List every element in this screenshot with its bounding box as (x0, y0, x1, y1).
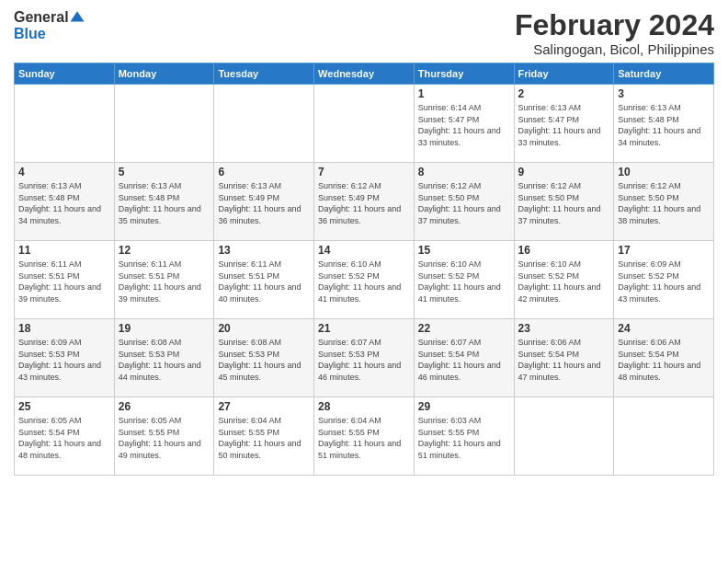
day-info: Sunrise: 6:03 AM Sunset: 5:55 PM Dayligh… (418, 415, 510, 461)
calendar-cell (314, 85, 415, 163)
day-info: Sunrise: 6:05 AM Sunset: 5:54 PM Dayligh… (18, 415, 110, 461)
calendar-cell: 15Sunrise: 6:10 AM Sunset: 5:52 PM Dayli… (414, 241, 514, 319)
day-info: Sunrise: 6:13 AM Sunset: 5:49 PM Dayligh… (218, 180, 310, 226)
calendar-cell: 10Sunrise: 6:12 AM Sunset: 5:50 PM Dayli… (614, 163, 714, 241)
header-day-thursday: Thursday (414, 63, 514, 85)
calendar-cell: 5Sunrise: 6:13 AM Sunset: 5:48 PM Daylig… (114, 163, 214, 241)
calendar-cell: 4Sunrise: 6:13 AM Sunset: 5:48 PM Daylig… (15, 163, 115, 241)
calendar-cell: 25Sunrise: 6:05 AM Sunset: 5:54 PM Dayli… (15, 397, 115, 476)
calendar-cell: 1Sunrise: 6:14 AM Sunset: 5:47 PM Daylig… (414, 85, 514, 163)
day-info: Sunrise: 6:08 AM Sunset: 5:53 PM Dayligh… (218, 337, 310, 383)
day-info: Sunrise: 6:12 AM Sunset: 5:50 PM Dayligh… (618, 180, 710, 226)
calendar-cell: 24Sunrise: 6:06 AM Sunset: 5:54 PM Dayli… (614, 319, 714, 397)
logo: General Blue (14, 9, 85, 42)
calendar-cell: 19Sunrise: 6:08 AM Sunset: 5:53 PM Dayli… (114, 319, 214, 397)
day-info: Sunrise: 6:07 AM Sunset: 5:53 PM Dayligh… (318, 337, 410, 383)
day-info: Sunrise: 6:04 AM Sunset: 5:55 PM Dayligh… (218, 415, 310, 461)
day-number: 8 (418, 166, 510, 178)
calendar-cell: 6Sunrise: 6:13 AM Sunset: 5:49 PM Daylig… (214, 163, 314, 241)
day-info: Sunrise: 6:06 AM Sunset: 5:54 PM Dayligh… (518, 337, 610, 383)
day-number: 14 (318, 244, 410, 257)
week-row-1: 1Sunrise: 6:14 AM Sunset: 5:47 PM Daylig… (15, 85, 714, 163)
header-day-monday: Monday (114, 63, 214, 85)
day-info: Sunrise: 6:05 AM Sunset: 5:55 PM Dayligh… (119, 415, 210, 461)
calendar-cell: 16Sunrise: 6:10 AM Sunset: 5:52 PM Dayli… (514, 241, 614, 319)
calendar-cell: 8Sunrise: 6:12 AM Sunset: 5:50 PM Daylig… (414, 163, 514, 241)
calendar-header: SundayMondayTuesdayWednesdayThursdayFrid… (15, 63, 714, 85)
header-day-friday: Friday (514, 63, 614, 85)
day-number: 29 (418, 400, 510, 413)
day-info: Sunrise: 6:13 AM Sunset: 5:48 PM Dayligh… (119, 180, 210, 226)
day-number: 7 (318, 166, 410, 178)
calendar-cell: 12Sunrise: 6:11 AM Sunset: 5:51 PM Dayli… (114, 241, 214, 319)
day-info: Sunrise: 6:08 AM Sunset: 5:53 PM Dayligh… (119, 337, 210, 383)
calendar-table: SundayMondayTuesdayWednesdayThursdayFrid… (14, 63, 714, 476)
day-number: 27 (218, 400, 310, 413)
day-number: 15 (418, 244, 510, 257)
day-info: Sunrise: 6:12 AM Sunset: 5:50 PM Dayligh… (418, 180, 510, 226)
calendar-cell: 9Sunrise: 6:12 AM Sunset: 5:50 PM Daylig… (514, 163, 614, 241)
logo-general-text: General (14, 10, 69, 25)
day-number: 6 (218, 166, 310, 178)
calendar-cell (614, 397, 714, 476)
day-info: Sunrise: 6:09 AM Sunset: 5:53 PM Dayligh… (18, 337, 110, 383)
week-row-3: 11Sunrise: 6:11 AM Sunset: 5:51 PM Dayli… (15, 241, 714, 319)
calendar-cell (514, 397, 614, 476)
day-number: 4 (18, 166, 110, 178)
day-number: 28 (318, 400, 410, 413)
calendar-cell (114, 85, 214, 163)
day-info: Sunrise: 6:13 AM Sunset: 5:47 PM Dayligh… (518, 102, 610, 148)
day-info: Sunrise: 6:10 AM Sunset: 5:52 PM Dayligh… (518, 259, 610, 304)
day-info: Sunrise: 6:12 AM Sunset: 5:50 PM Dayligh… (518, 180, 610, 226)
calendar-body: 1Sunrise: 6:14 AM Sunset: 5:47 PM Daylig… (15, 85, 714, 476)
calendar-cell: 22Sunrise: 6:07 AM Sunset: 5:54 PM Dayli… (414, 319, 514, 397)
week-row-4: 18Sunrise: 6:09 AM Sunset: 5:53 PM Dayli… (15, 319, 714, 397)
day-number: 20 (218, 322, 310, 335)
day-info: Sunrise: 6:14 AM Sunset: 5:47 PM Dayligh… (418, 102, 510, 148)
day-number: 25 (18, 400, 110, 413)
day-number: 17 (618, 244, 710, 257)
calendar-cell: 13Sunrise: 6:11 AM Sunset: 5:51 PM Dayli… (214, 241, 314, 319)
day-number: 12 (119, 244, 210, 257)
day-info: Sunrise: 6:09 AM Sunset: 5:52 PM Dayligh… (618, 259, 710, 304)
day-number: 16 (518, 244, 610, 257)
calendar-cell: 18Sunrise: 6:09 AM Sunset: 5:53 PM Dayli… (15, 319, 115, 397)
header: General Blue February 2024 Salingogan, B… (14, 9, 714, 57)
calendar-cell: 28Sunrise: 6:04 AM Sunset: 5:55 PM Dayli… (314, 397, 415, 476)
calendar-cell: 23Sunrise: 6:06 AM Sunset: 5:54 PM Dayli… (514, 319, 614, 397)
header-day-wednesday: Wednesday (314, 63, 415, 85)
header-day-saturday: Saturday (614, 63, 714, 85)
day-info: Sunrise: 6:10 AM Sunset: 5:52 PM Dayligh… (418, 259, 510, 304)
calendar-cell: 27Sunrise: 6:04 AM Sunset: 5:55 PM Dayli… (214, 397, 314, 476)
day-info: Sunrise: 6:04 AM Sunset: 5:55 PM Dayligh… (318, 415, 410, 461)
day-number: 1 (418, 87, 510, 100)
calendar-cell: 29Sunrise: 6:03 AM Sunset: 5:55 PM Dayli… (414, 397, 514, 476)
page-container: General Blue February 2024 Salingogan, B… (0, 0, 728, 480)
day-info: Sunrise: 6:10 AM Sunset: 5:52 PM Dayligh… (318, 259, 410, 304)
calendar-cell: 11Sunrise: 6:11 AM Sunset: 5:51 PM Dayli… (15, 241, 115, 319)
day-number: 24 (618, 322, 710, 335)
day-number: 23 (518, 322, 610, 335)
day-number: 3 (618, 87, 710, 100)
main-title: February 2024 (515, 9, 714, 41)
week-row-2: 4Sunrise: 6:13 AM Sunset: 5:48 PM Daylig… (15, 163, 714, 241)
day-info: Sunrise: 6:07 AM Sunset: 5:54 PM Dayligh… (418, 337, 510, 383)
calendar-cell (15, 85, 115, 163)
day-info: Sunrise: 6:06 AM Sunset: 5:54 PM Dayligh… (618, 337, 710, 383)
svg-marker-0 (70, 11, 84, 21)
header-day-sunday: Sunday (15, 63, 115, 85)
calendar-cell: 3Sunrise: 6:13 AM Sunset: 5:48 PM Daylig… (614, 85, 714, 163)
calendar-cell: 7Sunrise: 6:12 AM Sunset: 5:49 PM Daylig… (314, 163, 415, 241)
calendar-cell: 17Sunrise: 6:09 AM Sunset: 5:52 PM Dayli… (614, 241, 714, 319)
day-info: Sunrise: 6:11 AM Sunset: 5:51 PM Dayligh… (218, 259, 310, 304)
day-number: 2 (518, 87, 610, 100)
calendar-cell: 21Sunrise: 6:07 AM Sunset: 5:53 PM Dayli… (314, 319, 415, 397)
day-info: Sunrise: 6:13 AM Sunset: 5:48 PM Dayligh… (618, 102, 710, 148)
title-block: February 2024 Salingogan, Bicol, Philipp… (515, 9, 714, 57)
calendar-cell: 26Sunrise: 6:05 AM Sunset: 5:55 PM Dayli… (114, 397, 214, 476)
day-number: 26 (119, 400, 210, 413)
day-info: Sunrise: 6:11 AM Sunset: 5:51 PM Dayligh… (119, 259, 210, 304)
week-row-5: 25Sunrise: 6:05 AM Sunset: 5:54 PM Dayli… (15, 397, 714, 476)
day-info: Sunrise: 6:13 AM Sunset: 5:48 PM Dayligh… (18, 180, 110, 226)
day-number: 18 (18, 322, 110, 335)
